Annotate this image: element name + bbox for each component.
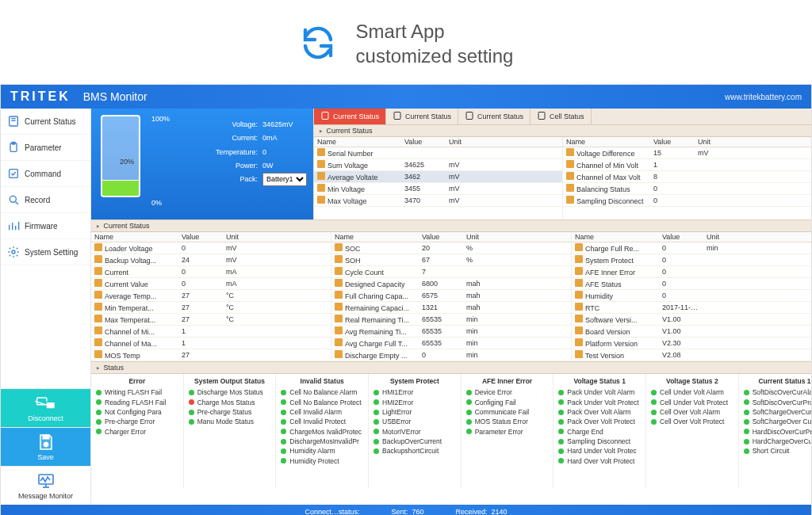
tab-label: Current Status xyxy=(333,113,379,120)
table-row[interactable]: RTC2017-11-04 10:41:34 xyxy=(572,302,811,314)
table-row[interactable]: Current Value0mA xyxy=(91,278,331,290)
row-value: 27 xyxy=(178,303,223,312)
status-item: HMI1Error xyxy=(373,387,456,397)
tool-disconnect[interactable]: Disconnect xyxy=(1,388,90,427)
status-item: Short Circuit xyxy=(744,446,811,456)
table-row[interactable]: Backup Voltag...24mV xyxy=(91,254,331,266)
reading-row: Temperature:0 xyxy=(210,146,307,159)
table-row[interactable]: SOC20% xyxy=(331,242,571,254)
table-row[interactable]: AFE Inner Error0 xyxy=(572,266,811,278)
sidebar-item-record[interactable]: Record xyxy=(1,187,90,213)
table-row[interactable]: Max Temperat...27°C xyxy=(91,314,331,326)
row-name: SOH xyxy=(345,257,361,265)
lock-icon xyxy=(335,267,343,275)
table-row[interactable]: Average Temp...27°C xyxy=(91,290,331,302)
sidebar-item-label: Record xyxy=(25,196,50,204)
status-dot-icon xyxy=(373,390,379,395)
status-group-title: AFE Inner Error xyxy=(466,377,549,385)
status-item: BackupshortCircuit xyxy=(373,446,456,456)
row-value: 0 xyxy=(659,255,703,265)
status-dot-icon xyxy=(96,429,102,434)
row-unit: mah xyxy=(463,291,492,300)
table-row[interactable]: Remaining Capaci...1321mah xyxy=(331,302,571,314)
table-row[interactable]: System Protect0 xyxy=(572,254,811,266)
row-name: Full Charing Capa... xyxy=(345,292,408,300)
tab-current-status[interactable]: Current Status xyxy=(458,109,530,124)
pack-select[interactable]: Battery1 xyxy=(262,173,307,186)
table-row[interactable]: Humidity0 xyxy=(572,290,811,302)
sidebar-item-parameter[interactable]: Parameter xyxy=(1,135,90,161)
table-row[interactable]: Platform VersionV2.30 xyxy=(572,338,811,349)
status-dot-icon xyxy=(558,419,564,425)
status-group-title: Voltage Status 2 xyxy=(651,377,733,385)
tool-message-monitor[interactable]: Message Monitor xyxy=(1,466,90,505)
lock-icon xyxy=(575,326,583,334)
search-doc-icon xyxy=(7,193,20,206)
sidebar-item-label: Parameter xyxy=(25,143,62,152)
table-row[interactable]: Serial Number xyxy=(314,147,562,159)
lock-icon xyxy=(94,315,102,322)
table-row[interactable]: Avg Charge Full T...65535min xyxy=(331,338,571,349)
row-value: 0 xyxy=(659,243,703,253)
table-row[interactable]: Charge Full Re...0min xyxy=(572,242,811,254)
table-row[interactable]: MOS Temp27 xyxy=(91,349,331,361)
tab-current-status[interactable]: Current Status xyxy=(386,109,458,124)
table-row[interactable]: SOH67% xyxy=(331,254,571,266)
table-row[interactable]: Avg Remaining Ti...65535min xyxy=(331,326,571,338)
lock-icon xyxy=(575,338,583,346)
table-row[interactable]: Test VersionV2.08 xyxy=(572,349,811,361)
table-row[interactable]: Board VersionV1.00 xyxy=(572,326,811,338)
tool-save[interactable]: Save xyxy=(1,427,90,466)
table-row[interactable]: Real Remaining Ti...65535min xyxy=(331,314,571,326)
received-value: 2140 xyxy=(492,508,508,515)
status-text: Charger Error xyxy=(105,427,146,437)
column-header-name: Name xyxy=(331,232,419,242)
sidebar-item-firmware[interactable]: Firmware xyxy=(1,213,90,239)
table-row[interactable]: Balancing Status0 xyxy=(563,183,811,195)
sent-label: Sent: xyxy=(391,508,408,515)
status-dot-icon xyxy=(189,419,194,425)
table-row[interactable]: Sum Voltage34625mV xyxy=(314,159,562,171)
table-row[interactable]: Current0mA xyxy=(91,266,331,278)
lock-icon xyxy=(94,338,102,346)
tab-current-status[interactable]: Current Status xyxy=(314,109,386,124)
tab-label: Current Status xyxy=(405,113,451,120)
row-unit: % xyxy=(463,255,492,265)
row-name: SOC xyxy=(345,245,361,253)
table-row[interactable]: Sampling Disconnect0 xyxy=(563,195,811,207)
table-row[interactable]: Discharge Empty ...0min xyxy=(331,349,571,361)
row-name: Software Versi... xyxy=(585,316,638,324)
status-dot-icon xyxy=(558,410,564,415)
status-item: LightError xyxy=(373,407,456,417)
lock-icon xyxy=(566,184,574,192)
table-row[interactable]: Software Versi...V1.00 xyxy=(572,314,811,326)
table-row[interactable]: Max Voltage3470mV xyxy=(314,195,562,207)
sidebar-item-command[interactable]: Command xyxy=(1,161,90,187)
status-text: Pre-charge Status xyxy=(197,407,252,417)
table-row[interactable]: Channel of Ma...1 xyxy=(91,338,331,349)
row-value: V2.08 xyxy=(659,350,703,360)
lock-icon xyxy=(566,172,574,180)
tool-label: Message Monitor xyxy=(4,492,87,500)
table-row[interactable]: Channel of Max Volt8 xyxy=(563,171,811,183)
table-row[interactable]: Average Voltate3462mV xyxy=(314,171,562,183)
status-item: Cell No Balance Alarm xyxy=(281,387,363,397)
row-unit xyxy=(223,354,251,356)
table-row[interactable]: Min Voltage3455mV xyxy=(314,183,562,195)
sidebar-item-current-status[interactable]: Current Status xyxy=(1,109,90,135)
table-row[interactable]: Designed Capacity6800mah xyxy=(331,278,571,290)
table-row[interactable]: Min Temperat...27°C xyxy=(91,302,331,314)
table-row[interactable]: Full Charing Capa...6575mah xyxy=(331,290,571,302)
sidebar-item-system-setting[interactable]: System Setting xyxy=(1,239,90,265)
table-row[interactable]: Channel of Mi...1 xyxy=(91,326,331,338)
row-name: Current Value xyxy=(105,280,148,288)
table-row[interactable]: Channel of Min Volt1 xyxy=(563,159,811,171)
row-value: 0 xyxy=(178,279,223,288)
tab-cell-status[interactable]: Cell Status xyxy=(530,109,592,124)
table-row[interactable]: AFE Status0 xyxy=(572,278,811,290)
status-dot-icon xyxy=(373,429,379,434)
table-row[interactable]: Loader Voltage0mV xyxy=(91,242,331,254)
table-row[interactable]: Voltage Difference15mV xyxy=(563,147,811,159)
table-row[interactable]: Cycle Count7 xyxy=(331,266,571,278)
status-item: BackupOverCurrent xyxy=(373,437,456,446)
